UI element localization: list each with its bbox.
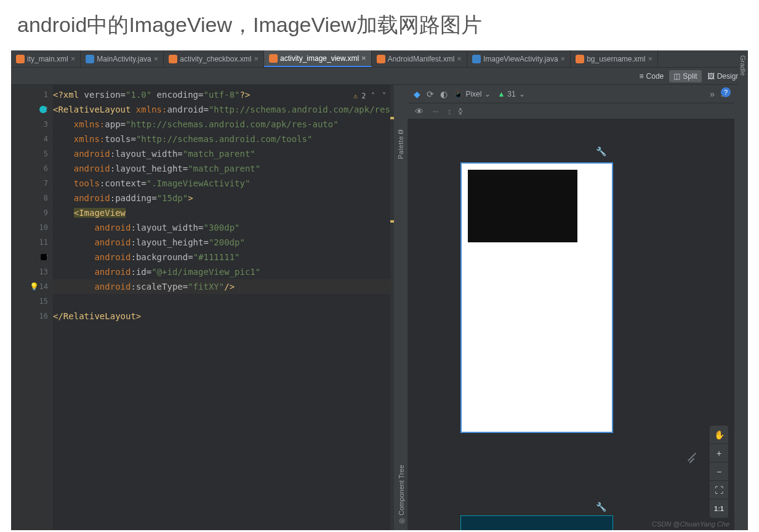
- code-token: scaleType: [136, 282, 183, 292]
- code-token: [53, 223, 94, 232]
- line-number: 8: [44, 194, 48, 202]
- close-icon[interactable]: ×: [154, 54, 159, 63]
- code-token: [53, 208, 74, 218]
- zoom-controls: ✋ + − ⛶ 1:1: [710, 426, 728, 518]
- code-token: "200dp": [209, 237, 245, 247]
- code-token: xmlns:: [74, 119, 105, 129]
- close-icon[interactable]: ×: [361, 54, 366, 63]
- more-icon[interactable]: »: [710, 89, 715, 99]
- tab-label: activity_checkbox.xml: [180, 55, 251, 63]
- line-number: 16: [39, 312, 48, 320]
- magnet-icon[interactable]: ⧲: [459, 106, 463, 116]
- code-token: android: [94, 237, 131, 247]
- preview-canvas[interactable]: 🔧 ✋ + − ⛶ 1:1 🔧: [408, 119, 734, 530]
- code-token: "#111111": [193, 252, 240, 262]
- wrench-icon[interactable]: 🔧: [596, 502, 606, 512]
- code-token: android: [74, 149, 110, 159]
- zoom-fit-button[interactable]: ⛶: [710, 481, 728, 499]
- component-tree-strip[interactable]: ◎ Component Tree: [394, 426, 408, 530]
- code-token: <ImageView: [74, 208, 126, 218]
- viewmode-split[interactable]: ◫ Split: [669, 70, 701, 82]
- code-token: [53, 267, 94, 277]
- tab-label: activity_image_view.xml: [280, 54, 359, 63]
- code-token: android: [94, 282, 131, 292]
- device-frame[interactable]: [460, 162, 613, 433]
- help-icon[interactable]: ?: [721, 87, 731, 97]
- code-token: :: [131, 252, 135, 262]
- code-token: xmlns:: [74, 134, 105, 144]
- lightbulb-icon[interactable]: 💡: [30, 282, 39, 291]
- code-token: ".ImageViewActivity": [147, 178, 251, 188]
- tab-mainactivity[interactable]: MainActivity.java ×: [81, 50, 164, 67]
- xml-file-icon: [269, 54, 278, 63]
- tab-label: MainActivity.java: [97, 55, 151, 63]
- code-token: xmlns:: [136, 105, 167, 114]
- class-icon[interactable]: [39, 106, 47, 113]
- code-token: [53, 178, 74, 188]
- pan-button[interactable]: ✋: [710, 426, 728, 444]
- code-token: :: [131, 267, 135, 277]
- code-token: [53, 119, 74, 129]
- wrench-icon[interactable]: 🔧: [596, 146, 606, 156]
- xml-file-icon: [16, 55, 25, 63]
- tab-android-manifest[interactable]: AndroidManifest.xml ×: [372, 50, 467, 67]
- eye-icon[interactable]: 👁: [415, 106, 424, 116]
- tab-activity-checkbox[interactable]: activity_checkbox.xml ×: [164, 50, 264, 67]
- code-token: =: [183, 164, 188, 173]
- imageview-preview[interactable]: [468, 170, 577, 242]
- tab-label: bg_username.xml: [587, 55, 645, 63]
- chevron-down-icon[interactable]: ˅: [380, 89, 388, 103]
- code-token: =: [151, 193, 156, 203]
- viewmode-bar: ≡ Code ◫ Split 🖼 Design: [11, 68, 748, 85]
- tab-label: AndroidManifest.xml: [388, 55, 455, 63]
- tab-bg-username[interactable]: bg_username.xml ×: [571, 50, 658, 67]
- code-token: "http://schemas.android.com/tools": [136, 134, 313, 144]
- code-token: =: [183, 282, 188, 292]
- main-split: 1 2 3 4 5 6 7 8 9 10 11 12 13 14💡 15 16 …: [11, 85, 748, 530]
- surface-icon[interactable]: ◆: [414, 89, 420, 99]
- arrows-h-icon[interactable]: ↔: [431, 106, 440, 116]
- code-token: id: [136, 267, 147, 277]
- chevron-up-icon[interactable]: ˄: [369, 89, 377, 103]
- close-icon[interactable]: ×: [561, 54, 566, 63]
- night-mode-icon[interactable]: ◐: [440, 89, 448, 99]
- line-number: 11: [39, 238, 48, 247]
- close-icon[interactable]: ×: [457, 54, 462, 63]
- arrows-v-icon[interactable]: ↕: [447, 106, 451, 116]
- zoom-out-button[interactable]: −: [710, 463, 728, 481]
- code-token: :: [110, 149, 115, 159]
- code-token: android: [94, 223, 131, 232]
- viewmode-label: Split: [683, 72, 697, 81]
- code-area[interactable]: ⚠ 2 ˄ ˅ <?xml version="1.0" encoding="ut…: [53, 85, 394, 530]
- code-token: tools: [74, 178, 100, 188]
- tab-activity-image-view[interactable]: activity_image_view.xml ×: [264, 50, 372, 67]
- code-token: =: [121, 119, 126, 129]
- api-selector[interactable]: ▲ 31 ⌄: [497, 90, 525, 98]
- gutter: 1 2 3 4 5 6 7 8 9 10 11 12 13 14💡 15 16: [11, 85, 53, 530]
- xml-file-icon: [576, 55, 584, 63]
- code-token: =: [141, 178, 146, 188]
- close-icon[interactable]: ×: [71, 54, 76, 63]
- code-token: context: [105, 178, 141, 188]
- viewmode-code[interactable]: ≡ Code: [635, 70, 669, 82]
- tab-imageview-activity[interactable]: ImageViewActivity.java ×: [467, 50, 571, 67]
- code-token: :: [131, 223, 135, 232]
- close-icon[interactable]: ×: [648, 54, 653, 63]
- blueprint-preview[interactable]: [460, 515, 613, 530]
- color-swatch-icon[interactable]: [41, 254, 47, 260]
- page-title: android中的ImageView，ImageView加载网路图片: [0, 0, 759, 47]
- tab-ity-main[interactable]: ity_main.xml ×: [11, 50, 81, 67]
- code-token: [53, 149, 74, 159]
- code-token: :: [131, 282, 135, 292]
- warning-icon: ⚠: [353, 89, 358, 103]
- device-selector[interactable]: 📱 Pixel ⌄: [454, 90, 491, 98]
- zoom-in-button[interactable]: +: [710, 444, 728, 463]
- right-toolstrip[interactable]: Gradle: [738, 50, 748, 530]
- code-token: "utf-8": [203, 90, 239, 100]
- resize-handle-icon[interactable]: [681, 449, 696, 464]
- orientation-icon[interactable]: ⟳: [427, 89, 434, 99]
- close-icon[interactable]: ×: [254, 54, 259, 63]
- zoom-11-button[interactable]: 1:1: [710, 499, 728, 518]
- inspection-summary[interactable]: ⚠ 2 ˄ ˅: [353, 89, 388, 103]
- component-tree-text: Component Tree: [398, 465, 405, 515]
